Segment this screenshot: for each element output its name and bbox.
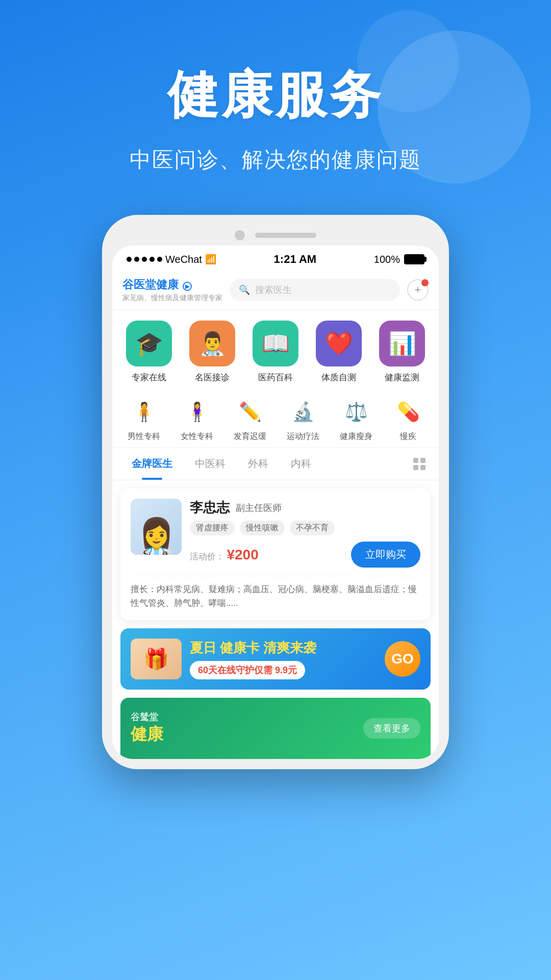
- chronic-label: 慢疾: [400, 431, 416, 442]
- banner-title: 夏日 健康卡 清爽来袭: [190, 639, 377, 657]
- see-more-button[interactable]: 查看更多: [363, 718, 420, 739]
- app-logo[interactable]: 谷医堂健康 ▶ 家见病、慢性病及健康管理专家: [122, 277, 222, 303]
- tabs-more-button[interactable]: [408, 453, 431, 475]
- doctor-tag-0: 肾虚腰疼: [190, 521, 235, 535]
- buy-button[interactable]: 立即购买: [351, 542, 420, 568]
- pharma-label: 医药百科: [258, 372, 293, 383]
- app-header: 谷医堂健康 ▶ 家见病、慢性病及健康管理专家 🔍 搜索医生 +: [112, 270, 439, 310]
- exercise-label: 运动疗法: [287, 431, 319, 442]
- slim-label: 健康瘦身: [340, 431, 372, 442]
- search-bar[interactable]: 🔍 搜索医生: [230, 279, 400, 301]
- doctor-tag-1: 慢性咳嗽: [240, 521, 285, 535]
- doctor-card: 👩‍⚕️ 李忠志 副主任医师 肾虚腰疼 慢性咳嗽 不孕不育: [120, 488, 431, 620]
- constitution-label: 体质自测: [321, 372, 356, 383]
- add-button[interactable]: +: [407, 279, 429, 301]
- banner-text: 夏日 健康卡 清爽来袭 60天在线守护仅需 9.9元: [190, 639, 377, 679]
- service-item-famous[interactable]: 👨‍⚕️ 名医接诊: [189, 321, 235, 383]
- famous-icon: 👨‍⚕️: [189, 321, 235, 366]
- carrier-name: WeChat: [165, 254, 202, 265]
- tab-gold-doctor[interactable]: 金牌医生: [120, 448, 184, 480]
- status-left: WeChat 📶: [127, 254, 216, 265]
- slim-icon: ⚖️: [341, 397, 371, 427]
- gift-icon: 🎁: [143, 647, 169, 671]
- camera-dot: [235, 230, 245, 240]
- notification-badge: [421, 279, 429, 286]
- tab-tcm[interactable]: 中医科: [184, 448, 237, 480]
- doctor-description: 擅长：内科常见病、疑难病；高血压、冠心病、脑梗塞、脑溢血后遗症；慢性气管炎、肺气…: [131, 576, 420, 610]
- doctor-title: 副主任医师: [236, 502, 282, 514]
- expert-label: 专家在线: [132, 372, 166, 383]
- phone-mockup-wrapper: WeChat 📶 1:21 AM 100% 谷医堂健康 ▶ 家见病、慢性病及健康…: [0, 215, 551, 769]
- banner-subtitle: 60天在线守护仅需 9.9元: [190, 661, 305, 679]
- banner-go-button[interactable]: GO: [385, 641, 420, 677]
- bottom-logo: 谷鸶堂 健康: [131, 711, 163, 746]
- doctor-price-row: 活动价： ¥200 立即购买: [190, 542, 420, 568]
- expert-icon: 🎓: [126, 321, 172, 366]
- status-right: 100%: [374, 254, 424, 265]
- category-chronic[interactable]: 💊 慢疾: [393, 397, 423, 442]
- male-label: 男性专科: [128, 431, 160, 442]
- hero-title: 健康服务: [31, 61, 520, 130]
- category-exercise[interactable]: 🔬 运动疗法: [287, 397, 319, 442]
- exercise-icon: 🔬: [288, 397, 318, 427]
- category-male[interactable]: 🧍 男性专科: [128, 397, 160, 442]
- male-icon: 🧍: [129, 397, 159, 427]
- tab-internal[interactable]: 内科: [280, 448, 322, 480]
- doctor-name-row: 李忠志 副主任医师: [190, 499, 420, 517]
- doctor-price: ¥200: [227, 547, 258, 562]
- doctor-tags: 肾虚腰疼 慢性咳嗽 不孕不育: [190, 521, 420, 535]
- promo-banner[interactable]: 🎁 夏日 健康卡 清爽来袭 60天在线守护仅需 9.9元 GO: [120, 628, 431, 690]
- tabs-bar: 金牌医生 中医科 外科 内科: [112, 448, 439, 480]
- phone-notch: [112, 230, 439, 240]
- status-time: 1:21 AM: [216, 253, 374, 266]
- pharma-icon: 📖: [253, 321, 298, 366]
- constitution-icon: ❤️: [316, 321, 362, 366]
- search-placeholder-text: 搜索医生: [255, 284, 292, 296]
- hero-section: 健康服务 中医问诊、解决您的健康问题: [0, 0, 551, 205]
- signal-dots: [127, 257, 162, 262]
- doctor-header: 👩‍⚕️ 李忠志 副主任医师 肾虚腰疼 慢性咳嗽 不孕不育: [131, 499, 420, 568]
- battery-percent: 100%: [374, 254, 400, 265]
- monitor-icon: 📊: [379, 321, 425, 366]
- avatar-figure: 👩‍⚕️: [134, 519, 179, 555]
- service-item-monitor[interactable]: 📊 健康监测: [379, 321, 425, 383]
- phone-mockup: WeChat 📶 1:21 AM 100% 谷医堂健康 ▶ 家见病、慢性病及健康…: [102, 215, 449, 769]
- doctor-avatar: 👩‍⚕️: [131, 499, 182, 555]
- search-icon: 🔍: [239, 284, 250, 296]
- price-label: 活动价：: [190, 552, 224, 561]
- battery-icon: [404, 254, 424, 264]
- app-logo-name: 谷医堂健康 ▶: [122, 277, 222, 292]
- speaker-bar: [255, 233, 316, 238]
- service-item-constitution[interactable]: ❤️ 体质自测: [316, 321, 362, 383]
- doctor-info: 李忠志 副主任医师 肾虚腰疼 慢性咳嗽 不孕不育 活动价： ¥200: [190, 499, 420, 568]
- service-grid: 🎓 专家在线 👨‍⚕️ 名医接诊 📖 医药百科 ❤️ 体质自测 📊: [112, 310, 439, 388]
- bottom-promo[interactable]: 谷鸶堂 健康 查看更多: [120, 698, 431, 759]
- category-develop[interactable]: ✏️ 发育迟缓: [234, 397, 266, 442]
- logo-arrow-icon: ▶: [183, 282, 192, 291]
- plus-icon: +: [415, 283, 421, 297]
- wifi-icon: 📶: [205, 254, 216, 265]
- hero-subtitle: 中医问诊、解决您的健康问题: [31, 145, 520, 174]
- monitor-label: 健康监测: [385, 372, 419, 383]
- status-bar: WeChat 📶 1:21 AM 100%: [112, 246, 439, 270]
- tab-surgery[interactable]: 外科: [237, 448, 280, 480]
- famous-label: 名医接诊: [195, 372, 230, 383]
- female-icon: 🧍‍♀️: [182, 397, 212, 427]
- female-label: 女性专科: [181, 431, 213, 442]
- develop-label: 发育迟缓: [234, 431, 266, 442]
- doctor-tag-2: 不孕不育: [290, 521, 335, 535]
- doctor-name: 李忠志: [190, 499, 230, 517]
- chronic-icon: 💊: [393, 397, 423, 427]
- app-logo-subtitle: 家见病、慢性病及健康管理专家: [122, 293, 222, 303]
- phone-screen: WeChat 📶 1:21 AM 100% 谷医堂健康 ▶ 家见病、慢性病及健康…: [112, 246, 439, 759]
- service-item-expert[interactable]: 🎓 专家在线: [126, 321, 172, 383]
- category-female[interactable]: 🧍‍♀️ 女性专科: [181, 397, 213, 442]
- category-slim[interactable]: ⚖️ 健康瘦身: [340, 397, 372, 442]
- service-item-pharma[interactable]: 📖 医药百科: [253, 321, 298, 383]
- category-row: 🧍 男性专科 🧍‍♀️ 女性专科 ✏️ 发育迟缓 🔬 运动疗法 ⚖️: [112, 388, 439, 448]
- develop-icon: ✏️: [235, 397, 265, 427]
- banner-gift-image: 🎁: [131, 639, 182, 679]
